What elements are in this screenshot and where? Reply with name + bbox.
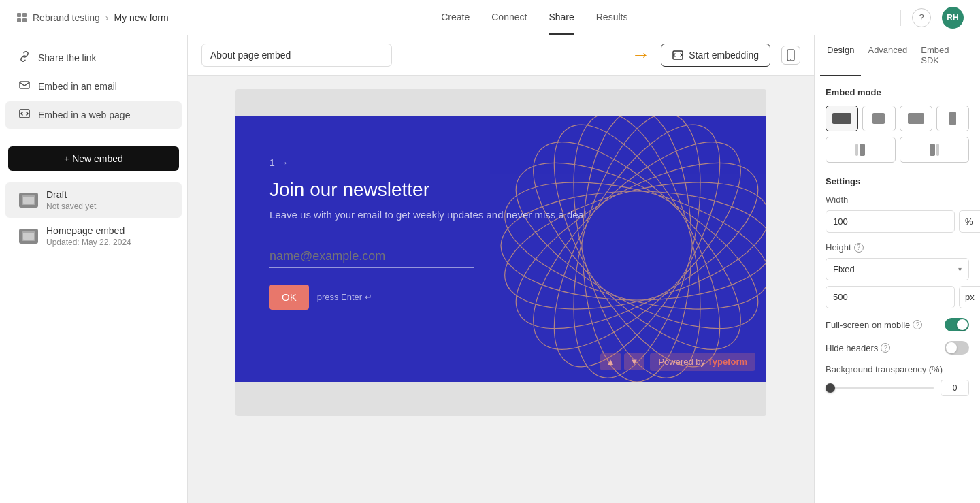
height-value-row: px ▾ bbox=[826, 286, 969, 308]
embed-mode-section: Embed mode bbox=[826, 87, 969, 163]
breadcrumb-sep: › bbox=[105, 12, 109, 23]
tab-embed-sdk[interactable]: Embed SDK bbox=[914, 35, 975, 76]
bg-transparency-slider-row bbox=[826, 380, 969, 396]
mode-side-right-tab[interactable] bbox=[900, 137, 970, 163]
height-input[interactable] bbox=[826, 286, 955, 308]
homepage-embed-icon bbox=[19, 229, 38, 244]
preview-background: 1 → Join our newsletter Leave us with yo… bbox=[235, 89, 766, 416]
grid-icon bbox=[16, 12, 27, 23]
centered-icon bbox=[872, 113, 885, 124]
ok-hint: press Enter ↵ bbox=[317, 292, 372, 302]
embed-mode-grid bbox=[826, 106, 969, 131]
embed-list-item-homepage[interactable]: Homepage embed Updated: May 22, 2024 bbox=[5, 218, 182, 254]
sidebar-embed-web-label: Embed in a web page bbox=[38, 110, 130, 120]
step-arrow: → bbox=[279, 157, 289, 168]
new-embed-button[interactable]: + New embed bbox=[8, 146, 179, 171]
fullscreen-mobile-toggle[interactable] bbox=[945, 318, 969, 331]
preview-form-container: 1 → Join our newsletter Leave us with yo… bbox=[235, 116, 766, 382]
embed-icon bbox=[19, 108, 30, 122]
preview-bottom-bar bbox=[235, 382, 766, 416]
embed-toolbar: → Start embedding bbox=[188, 35, 814, 76]
mobile-preview-button[interactable] bbox=[781, 46, 800, 65]
svg-rect-9 bbox=[23, 233, 34, 240]
hide-headers-row: Hide headers ? bbox=[826, 341, 969, 355]
tab-create[interactable]: Create bbox=[441, 1, 470, 35]
sidebar-item-share-link[interactable]: Share the link bbox=[5, 44, 182, 71]
nav-tabs: Create Connect Share Results bbox=[441, 1, 627, 35]
link-icon bbox=[19, 51, 30, 65]
svg-rect-7 bbox=[23, 197, 34, 204]
tab-results[interactable]: Results bbox=[596, 1, 628, 35]
settings-label: Settings bbox=[826, 176, 969, 186]
start-embed-button[interactable]: Start embedding bbox=[661, 44, 770, 67]
width-unit-select[interactable]: % ▾ bbox=[959, 210, 980, 233]
tab-advanced[interactable]: Advanced bbox=[861, 35, 914, 76]
tab-connect[interactable]: Connect bbox=[491, 1, 527, 35]
svg-rect-4 bbox=[20, 82, 29, 88]
embed-mode-grid-2 bbox=[826, 137, 969, 163]
width-label: Width bbox=[826, 195, 969, 205]
bg-transparency-value[interactable] bbox=[941, 380, 969, 396]
fullscreen-mobile-row: Full-screen on mobile ? bbox=[826, 318, 969, 331]
form-subtitle: Leave us with your email to get weekly u… bbox=[270, 209, 732, 221]
sidebar-divider bbox=[0, 135, 187, 135]
top-nav: Rebrand testing › My new form Create Con… bbox=[0, 0, 980, 35]
full-width-icon bbox=[832, 113, 851, 124]
homepage-embed-text: Homepage embed Updated: May 22, 2024 bbox=[46, 225, 131, 247]
preview-area: 1 → Join our newsletter Leave us with yo… bbox=[188, 76, 814, 503]
sidebar-embed-email-label: Embed in an email bbox=[38, 81, 117, 92]
divider bbox=[900, 10, 901, 26]
ok-button[interactable]: OK bbox=[270, 285, 309, 310]
right-panel-tabs: Design Advanced Embed SDK bbox=[815, 35, 980, 76]
help-button[interactable]: ? bbox=[912, 8, 931, 27]
breadcrumb-project[interactable]: Rebrand testing bbox=[33, 12, 100, 23]
side-right-icon bbox=[949, 112, 956, 125]
bg-transparency-track[interactable] bbox=[826, 387, 934, 389]
wide-icon bbox=[908, 113, 924, 124]
mode-wide[interactable] bbox=[900, 106, 932, 131]
draft-embed-name: Draft bbox=[46, 189, 96, 200]
hide-headers-toggle-knob bbox=[946, 342, 957, 353]
homepage-embed-sub: Updated: May 22, 2024 bbox=[46, 238, 131, 247]
sidebar-item-embed-web[interactable]: Embed in a web page bbox=[5, 101, 182, 129]
sidebar-share-link-label: Share the link bbox=[38, 52, 97, 63]
mode-full-width[interactable] bbox=[826, 106, 858, 131]
height-info-icon[interactable]: ? bbox=[854, 243, 864, 253]
hide-headers-toggle[interactable] bbox=[945, 341, 969, 355]
fullscreen-info-icon[interactable]: ? bbox=[913, 320, 922, 329]
embed-list-item-draft[interactable]: Draft Not saved yet bbox=[5, 182, 182, 218]
nav-right: ? RH bbox=[900, 7, 964, 29]
homepage-embed-name: Homepage embed bbox=[46, 225, 131, 236]
step-number: 1 bbox=[270, 157, 275, 168]
right-panel: Design Advanced Embed SDK Embed mode bbox=[814, 35, 980, 503]
main-layout: Share the link Embed in an email Embed i… bbox=[0, 35, 980, 503]
preview-top-bar bbox=[235, 89, 766, 116]
breadcrumb: Rebrand testing › My new form bbox=[16, 12, 169, 23]
embed-name-input[interactable] bbox=[201, 44, 392, 67]
svg-rect-3 bbox=[22, 18, 27, 22]
right-panel-body: Embed mode bbox=[815, 76, 980, 421]
embed-code-icon bbox=[672, 50, 683, 61]
sidebar: Share the link Embed in an email Embed i… bbox=[0, 35, 188, 503]
height-mode-dropdown-arrow: ▾ bbox=[958, 265, 962, 273]
embed-list: Draft Not saved yet Homepage embed Updat… bbox=[0, 182, 187, 255]
hide-headers-info-icon[interactable]: ? bbox=[881, 343, 890, 353]
email-input[interactable] bbox=[270, 245, 474, 268]
mode-side-left-tab[interactable] bbox=[826, 137, 896, 163]
tab-share[interactable]: Share bbox=[549, 1, 574, 35]
width-input[interactable] bbox=[826, 210, 955, 233]
svg-rect-2 bbox=[17, 18, 21, 22]
fullscreen-mobile-toggle-knob bbox=[957, 319, 968, 330]
bg-transparency-thumb[interactable] bbox=[826, 383, 835, 393]
start-embed-label: Start embedding bbox=[689, 50, 759, 61]
mode-centered[interactable] bbox=[862, 106, 895, 131]
avatar[interactable]: RH bbox=[942, 7, 964, 29]
form-step: 1 → bbox=[270, 157, 732, 168]
breadcrumb-page: My new form bbox=[114, 12, 169, 23]
tab-design[interactable]: Design bbox=[820, 35, 861, 76]
mode-side-right[interactable] bbox=[936, 106, 969, 131]
sidebar-item-embed-email[interactable]: Embed in an email bbox=[5, 73, 182, 100]
email-icon bbox=[19, 80, 30, 93]
height-mode-select[interactable]: Fixed ▾ bbox=[826, 258, 969, 280]
height-unit-select[interactable]: px ▾ bbox=[959, 286, 980, 308]
